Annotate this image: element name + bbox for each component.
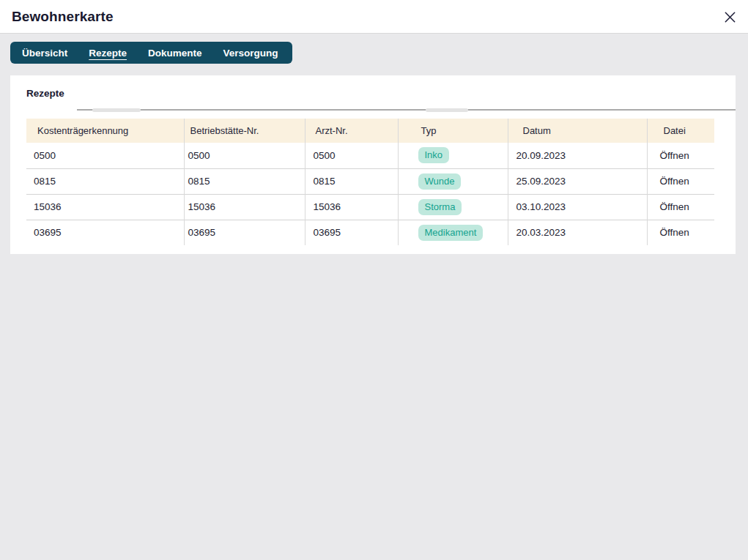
tab-dokumente[interactable]: Dokumente bbox=[148, 48, 202, 59]
open-file-link[interactable]: Öffnen bbox=[660, 227, 689, 238]
cell-datum: 25.09.2023 bbox=[508, 168, 647, 194]
cell-kostentraegerkennung: 0500 bbox=[26, 143, 184, 168]
typ-badge: Wunde bbox=[418, 173, 462, 190]
rezepte-table: Kostenträgerkennung Betriebstätte-Nr. Ar… bbox=[26, 119, 714, 245]
open-file-link[interactable]: Öffnen bbox=[660, 176, 689, 187]
rezepte-panel: Rezepte Kostenträgerkennung Betriebstätt… bbox=[10, 75, 736, 254]
cell-typ: Inko bbox=[398, 143, 508, 168]
cell-typ: Storma bbox=[398, 194, 508, 220]
cell-kostentraegerkennung: 15036 bbox=[26, 194, 184, 220]
dialog-titlebar: Bewohnerkarte bbox=[0, 0, 748, 34]
cell-kostentraegerkennung: 0815 bbox=[26, 168, 184, 194]
table-row: 0815 0815 0815 Wunde 25.09.2023 Öffnen bbox=[26, 168, 714, 194]
table-row: 15036 15036 15036 Storma 03.10.2023 Öffn… bbox=[26, 194, 714, 220]
typ-badge: Storma bbox=[418, 199, 462, 215]
cell-datei: Öffnen bbox=[647, 143, 714, 168]
cell-kostentraegerkennung: 03695 bbox=[26, 220, 184, 245]
panel-heading: Rezepte bbox=[26, 88, 64, 99]
table-header-row: Kostenträgerkennung Betriebstätte-Nr. Ar… bbox=[26, 119, 714, 143]
tab-uebersicht[interactable]: Übersicht bbox=[22, 48, 67, 59]
column-header-arzt-nr: Arzt-Nr. bbox=[305, 119, 398, 143]
open-file-link[interactable]: Öffnen bbox=[660, 150, 689, 161]
table-row: 03695 03695 03695 Medikament 20.03.2023 … bbox=[26, 220, 714, 245]
column-header-datum: Datum bbox=[508, 119, 647, 143]
cell-betriebsstaette-nr: 0500 bbox=[184, 143, 305, 168]
cell-datum: 20.03.2023 bbox=[508, 220, 647, 245]
divider-segment bbox=[92, 108, 141, 112]
tab-rezepte[interactable]: Rezepte bbox=[89, 48, 127, 59]
cell-arzt-nr: 15036 bbox=[305, 194, 398, 220]
column-header-typ: Typ bbox=[398, 119, 508, 143]
column-header-datei: Datei bbox=[647, 119, 714, 143]
tab-versorgung[interactable]: Versorgung bbox=[223, 48, 278, 59]
page-title: Bewohnerkarte bbox=[12, 0, 114, 33]
cell-typ: Medikament bbox=[398, 220, 508, 245]
cell-betriebsstaette-nr: 03695 bbox=[184, 220, 305, 245]
cell-datei: Öffnen bbox=[647, 220, 714, 245]
column-header-kostentraegerkennung: Kostenträgerkennung bbox=[26, 119, 184, 143]
heading-divider bbox=[77, 109, 736, 111]
cell-arzt-nr: 0815 bbox=[305, 168, 398, 194]
typ-badge: Inko bbox=[418, 147, 450, 163]
column-header-betriebsstaette-nr: Betriebstätte-Nr. bbox=[184, 119, 305, 143]
cell-arzt-nr: 03695 bbox=[305, 220, 398, 245]
cell-datei: Öffnen bbox=[647, 168, 714, 194]
typ-badge: Medikament bbox=[418, 225, 484, 241]
tab-bar: Übersicht Rezepte Dokumente Versorgung bbox=[10, 42, 292, 64]
cell-datum: 20.09.2023 bbox=[508, 143, 647, 168]
close-icon[interactable] bbox=[722, 10, 737, 24]
cell-typ: Wunde bbox=[398, 168, 508, 194]
cell-betriebsstaette-nr: 0815 bbox=[184, 168, 305, 194]
cell-datum: 03.10.2023 bbox=[508, 194, 647, 220]
divider-segment bbox=[426, 108, 468, 112]
table-row: 0500 0500 0500 Inko 20.09.2023 Öffnen bbox=[26, 143, 714, 168]
cell-datei: Öffnen bbox=[647, 194, 714, 220]
cell-betriebsstaette-nr: 15036 bbox=[184, 194, 305, 220]
cell-arzt-nr: 0500 bbox=[305, 143, 398, 168]
open-file-link[interactable]: Öffnen bbox=[660, 201, 689, 212]
